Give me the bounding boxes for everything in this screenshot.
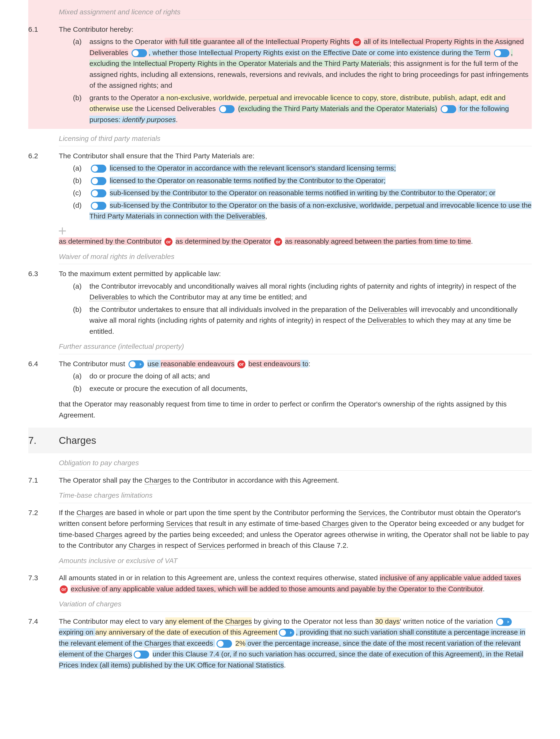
clause-6-2-intro: The Contributor shall ensure that the Th…: [59, 151, 532, 162]
clause-6-1-block: Mixed assignment and licence of rights 6…: [28, 0, 532, 129]
subhead-6-2: Licensing of third party materials: [59, 129, 532, 146]
section-num-7: 7.: [28, 433, 59, 448]
or-badge[interactable]: or: [60, 585, 68, 593]
toggle-icon[interactable]: [496, 618, 512, 626]
clause-6-4-intro: The Contributor must use reasonable ende…: [59, 358, 532, 370]
toggle-icon[interactable]: [217, 640, 232, 648]
toggle-icon[interactable]: [91, 165, 106, 173]
section-title-7: Charges: [59, 433, 96, 448]
subhead-6-1: Mixed assignment and licence of rights: [59, 2, 532, 20]
subhead-7-4: Variation of charges: [59, 594, 532, 612]
text-6-3-b: the Contributor undertakes to ensure tha…: [90, 304, 532, 337]
section-7-header: 7. Charges: [28, 428, 532, 453]
drag-handle-icon[interactable]: [59, 228, 66, 235]
clause-7-3-body: All amounts stated in or in relation to …: [59, 573, 532, 594]
or-badge[interactable]: or: [238, 360, 245, 368]
or-badge[interactable]: or: [353, 38, 361, 46]
toggle-icon[interactable]: [91, 189, 106, 197]
document-body: Mixed assignment and licence of rights 6…: [0, 0, 560, 680]
clause-7-1-body: The Operator shall pay the Charges to th…: [59, 475, 532, 486]
clause-num-7-2: 7.2: [28, 507, 59, 551]
toggle-icon[interactable]: [134, 650, 149, 658]
or-badge[interactable]: or: [164, 238, 172, 246]
text-6-1-a: assigns to the Operator with full title …: [90, 36, 532, 91]
clause-7-2-body: If the Charges are based in whole or par…: [59, 507, 532, 551]
toggle-icon[interactable]: [219, 105, 235, 113]
text-6-4-b: execute or procure the execution of all …: [90, 383, 532, 394]
clause-num-6-1: 6.1: [28, 24, 59, 125]
text-6-1-b: grants to the Operator a non-exclusive, …: [90, 93, 532, 125]
clause-num-7-3: 7.3: [28, 573, 59, 594]
subhead-7-2: Time-base charges limitations: [59, 486, 532, 503]
toggle-icon[interactable]: [441, 105, 456, 113]
toggle-icon[interactable]: [132, 49, 147, 57]
clause-num-7-4: 7.4: [28, 616, 59, 671]
clause-7-4-body: The Contributor may elect to vary any el…: [59, 616, 532, 671]
subhead-6-4: Further assurance (intellectual property…: [59, 337, 532, 354]
subhead-6-3: Waiver of moral rights in deliverables: [59, 247, 532, 264]
clause-num-6-3: 6.3: [28, 268, 59, 337]
clause-6-1-intro: The Contributor hereby:: [59, 24, 532, 35]
subhead-7-3: Amounts inclusive or exclusive of VAT: [59, 551, 532, 569]
clause-6-2-tail: as determined by the Contributor or as d…: [59, 236, 532, 247]
toggle-icon[interactable]: [128, 360, 144, 368]
clause-num-6-4: 6.4: [28, 358, 59, 421]
clause-6-4-trailing: that the Operator may reasonably request…: [59, 399, 532, 421]
subhead-7-1: Obligation to pay charges: [59, 453, 532, 471]
text-6-2-d: sub-licensed by the Contributor to the O…: [90, 200, 532, 222]
toggle-icon[interactable]: [91, 177, 106, 185]
toggle-icon[interactable]: [279, 629, 294, 637]
marker-6-1-b: (b): [73, 93, 90, 125]
text-6-2-a: licensed to the Operator in accordance w…: [90, 163, 532, 174]
toggle-icon[interactable]: [91, 202, 106, 210]
clause-num-6-2: 6.2: [28, 151, 59, 247]
text-6-3-a: the Contributor irrevocably and uncondit…: [90, 281, 532, 303]
text-6-2-b: licensed to the Operator on reasonable t…: [90, 175, 532, 186]
text-6-2-c: sub-licensed by the Contributor to the O…: [90, 187, 532, 198]
or-badge[interactable]: or: [274, 238, 282, 246]
clause-num-7-1: 7.1: [28, 475, 59, 486]
text-6-4-a: do or procure the doing of all acts; and: [90, 371, 532, 382]
marker-6-1-a: (a): [73, 36, 90, 91]
clause-6-3-intro: To the maximum extent permitted by appli…: [59, 268, 532, 279]
toggle-icon[interactable]: [494, 49, 510, 57]
